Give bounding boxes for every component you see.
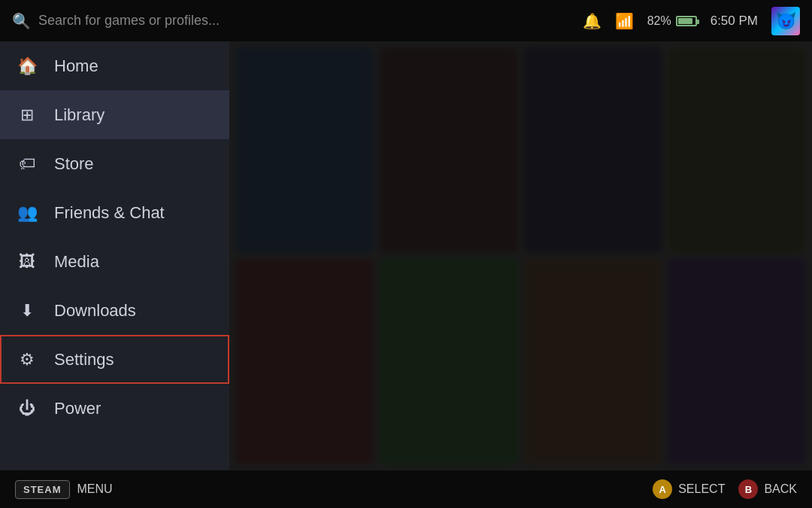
bottom-bar: STEAM MENU A SELECT B BACK bbox=[0, 470, 812, 508]
home-icon: 🏠 bbox=[17, 56, 38, 76]
store-icon: 🏷 bbox=[17, 154, 38, 174]
sidebar-label-library: Library bbox=[54, 105, 105, 125]
sidebar-item-downloads[interactable]: ⬇ Downloads bbox=[0, 286, 229, 335]
bottom-right-controls: A SELECT B BACK bbox=[653, 479, 797, 499]
sidebar-item-friends[interactable]: 👥 Friends & Chat bbox=[0, 188, 229, 237]
topbar-right: 🔔 📶 82% 6:50 PM bbox=[583, 7, 800, 35]
game-thumbnail bbox=[380, 259, 518, 464]
sidebar-label-downloads: Downloads bbox=[54, 301, 136, 321]
b-button[interactable]: B bbox=[738, 479, 758, 499]
settings-icon: ⚙ bbox=[17, 350, 38, 370]
sidebar-item-store[interactable]: 🏷 Store bbox=[0, 139, 229, 188]
game-thumbnail bbox=[380, 47, 518, 253]
sidebar-item-settings[interactable]: ⚙ Settings bbox=[0, 335, 229, 384]
top-bar: 🔍 Search for games or profiles... 🔔 📶 82… bbox=[0, 0, 812, 41]
sidebar-label-media: Media bbox=[54, 252, 99, 272]
search-area[interactable]: 🔍 Search for games or profiles... bbox=[12, 12, 583, 30]
search-input-placeholder: Search for games or profiles... bbox=[38, 13, 220, 29]
steam-button[interactable]: STEAM bbox=[15, 480, 70, 499]
sidebar-label-store: Store bbox=[54, 154, 94, 174]
sidebar-item-media[interactable]: 🖼 Media bbox=[0, 237, 229, 286]
battery-bar bbox=[676, 16, 697, 26]
menu-label: MENU bbox=[77, 482, 113, 496]
avatar[interactable] bbox=[771, 7, 800, 35]
game-thumbnail bbox=[235, 47, 374, 253]
notification-icon[interactable]: 🔔 bbox=[583, 12, 601, 30]
friends-icon: 👥 bbox=[17, 203, 38, 223]
sidebar-label-friends: Friends & Chat bbox=[54, 203, 165, 223]
battery-fill bbox=[678, 18, 692, 24]
wifi-icon: 📶 bbox=[615, 12, 634, 30]
sidebar-label-settings: Settings bbox=[54, 350, 114, 370]
power-icon: ⏻ bbox=[17, 399, 38, 418]
main-content bbox=[229, 41, 812, 470]
sidebar-item-home[interactable]: 🏠 Home bbox=[0, 41, 229, 90]
battery-indicator: 82% bbox=[647, 14, 697, 28]
sidebar-item-library[interactable]: ⊞ Library bbox=[0, 90, 229, 139]
battery-percent: 82% bbox=[647, 14, 671, 28]
sidebar-label-home: Home bbox=[54, 56, 98, 76]
select-action-label: SELECT bbox=[678, 482, 725, 496]
game-grid bbox=[229, 41, 812, 470]
sidebar-item-power[interactable]: ⏻ Power bbox=[0, 384, 229, 433]
library-icon: ⊞ bbox=[17, 105, 38, 125]
back-combo: B BACK bbox=[738, 479, 797, 499]
sidebar: 🏠 Home ⊞ Library 🏷 Store 👥 Friends & Cha… bbox=[0, 41, 229, 470]
select-combo: A SELECT bbox=[653, 479, 725, 499]
game-thumbnail bbox=[668, 259, 806, 464]
clock: 6:50 PM bbox=[710, 14, 758, 29]
downloads-icon: ⬇ bbox=[17, 301, 38, 321]
back-action-label: BACK bbox=[764, 482, 797, 496]
game-thumbnail bbox=[524, 47, 662, 253]
sidebar-label-power: Power bbox=[54, 399, 101, 418]
search-icon: 🔍 bbox=[12, 12, 31, 30]
game-thumbnail bbox=[524, 259, 662, 464]
media-icon: 🖼 bbox=[17, 252, 38, 272]
game-thumbnail bbox=[235, 259, 374, 464]
game-thumbnail bbox=[668, 47, 806, 253]
a-button[interactable]: A bbox=[653, 479, 672, 499]
